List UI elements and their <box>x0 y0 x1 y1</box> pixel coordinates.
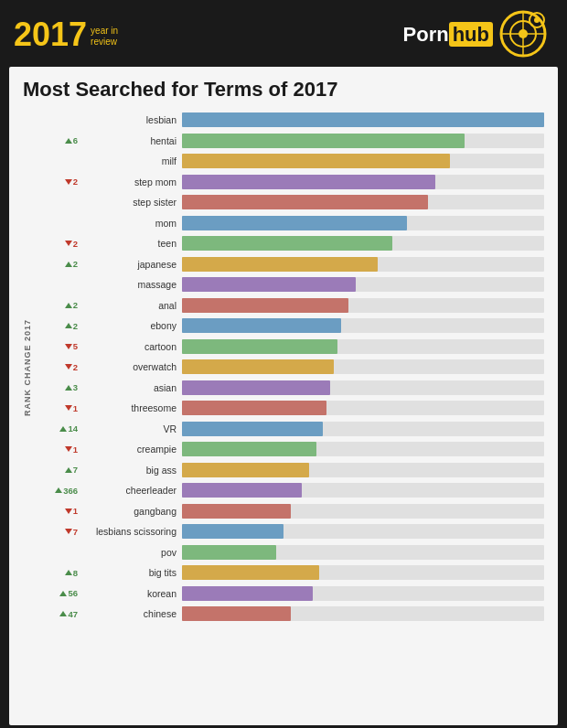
bar-label: creampie <box>81 444 182 455</box>
bar-label: ebony <box>81 320 182 331</box>
bar-fill <box>182 483 302 498</box>
bar-row: 8big tits <box>36 563 544 582</box>
bar-label: threesome <box>81 402 182 413</box>
brand-name: Pornhub <box>403 23 493 47</box>
bar-row: 47chinese <box>36 605 544 623</box>
bar-label: mom <box>81 218 182 229</box>
bar-container <box>182 339 544 354</box>
bar-container <box>182 236 544 251</box>
bar-row: pov <box>36 543 544 562</box>
bar-fill <box>182 216 407 230</box>
bar-row: 2ebony <box>36 316 544 335</box>
bar-row: lesbian <box>36 111 544 129</box>
bar-row: 2japanese <box>36 255 544 273</box>
bar-container <box>182 504 544 519</box>
bar-fill <box>182 442 316 456</box>
bar-fill <box>182 380 330 395</box>
bar-fill <box>182 257 378 272</box>
bar-container <box>182 175 544 189</box>
header: 2017 year in review Pornhub <box>0 0 567 67</box>
bar-container <box>182 565 544 580</box>
rank-change: 2 <box>36 259 81 269</box>
bar-container <box>182 154 544 168</box>
bar-fill <box>182 277 356 292</box>
bar-container <box>182 483 544 498</box>
bar-label: hentai <box>81 135 182 146</box>
bar-fill <box>182 154 450 168</box>
rank-change: 3 <box>36 382 81 392</box>
bar-row: milf <box>36 152 544 170</box>
bar-label: lesbians scissoring <box>81 526 182 537</box>
bar-fill <box>182 545 276 560</box>
rank-change-label: RANK CHANGE 2017 <box>23 319 32 416</box>
rank-change: 2 <box>36 300 81 310</box>
rank-change: 1 <box>36 403 81 413</box>
rank-change: 366 <box>36 486 81 496</box>
bar-container <box>182 442 544 456</box>
rank-change: 7 <box>36 527 81 537</box>
bar-fill <box>182 112 544 127</box>
bar-label: korean <box>81 588 182 599</box>
rank-change: 5 <box>36 341 81 351</box>
bar-container <box>182 318 544 333</box>
bar-fill <box>182 175 435 189</box>
bar-row: mom <box>36 214 544 232</box>
rank-change: 6 <box>36 135 81 145</box>
bar-label: step mom <box>81 177 182 187</box>
rank-change: 8 <box>36 568 81 578</box>
bar-row: 5cartoon <box>36 337 544 356</box>
bar-label: anal <box>81 300 182 311</box>
bar-row: 6hentai <box>36 132 544 150</box>
bar-container <box>182 586 544 601</box>
bar-label: japanese <box>81 259 182 270</box>
bar-container <box>182 359 544 374</box>
bar-fill <box>182 401 326 415</box>
bar-label: big tits <box>81 567 182 578</box>
bar-row: 1gangbang <box>36 502 544 520</box>
bar-fill <box>182 606 291 621</box>
bar-row: 14VR <box>36 420 544 438</box>
rank-change: 14 <box>36 423 81 434</box>
bar-container <box>182 524 544 539</box>
bar-label: teen <box>81 238 182 249</box>
bar-container <box>182 401 544 415</box>
bar-fill <box>182 463 309 477</box>
bar-container <box>182 606 544 621</box>
bar-label: asian <box>81 382 182 393</box>
bar-fill <box>182 422 323 436</box>
bar-container <box>182 298 544 313</box>
bar-container <box>182 422 544 436</box>
bar-label: overwatch <box>81 361 182 372</box>
bar-label: cheerleader <box>81 485 182 496</box>
bar-fill <box>182 586 313 601</box>
bar-row: step sister <box>36 193 544 211</box>
svg-point-6 <box>534 17 540 23</box>
bar-container <box>182 195 544 209</box>
year-sub: year in review <box>91 26 118 48</box>
bar-fill <box>182 298 348 313</box>
bar-row: 2teen <box>36 234 544 252</box>
bar-fill <box>182 565 319 580</box>
decorative-circles <box>498 9 549 59</box>
page-container: 2017 year in review Pornhub Most Searche… <box>0 0 567 728</box>
rank-change: 2 <box>36 239 81 249</box>
bar-row: 7big ass <box>36 461 544 479</box>
bar-label: VR <box>81 423 182 434</box>
bar-row: 1threesome <box>36 399 544 417</box>
rank-change: 1 <box>36 444 81 455</box>
bar-label: milf <box>81 155 182 166</box>
rank-change: 1 <box>36 506 81 516</box>
pornhub-logo: Pornhub <box>403 9 549 59</box>
bar-container <box>182 257 544 272</box>
year-in-review-logo: 2017 year in review <box>14 18 118 51</box>
rank-change: 7 <box>36 465 81 475</box>
bar-fill <box>182 195 428 209</box>
rank-change: 2 <box>36 362 81 372</box>
year-text: 2017 <box>14 18 87 51</box>
bar-row: 366cheerleader <box>36 481 544 499</box>
bar-fill <box>182 504 291 519</box>
bar-fill <box>182 524 284 539</box>
bar-row: 2overwatch <box>36 358 544 376</box>
bar-label: lesbian <box>81 114 182 125</box>
bar-label: big ass <box>81 465 182 476</box>
